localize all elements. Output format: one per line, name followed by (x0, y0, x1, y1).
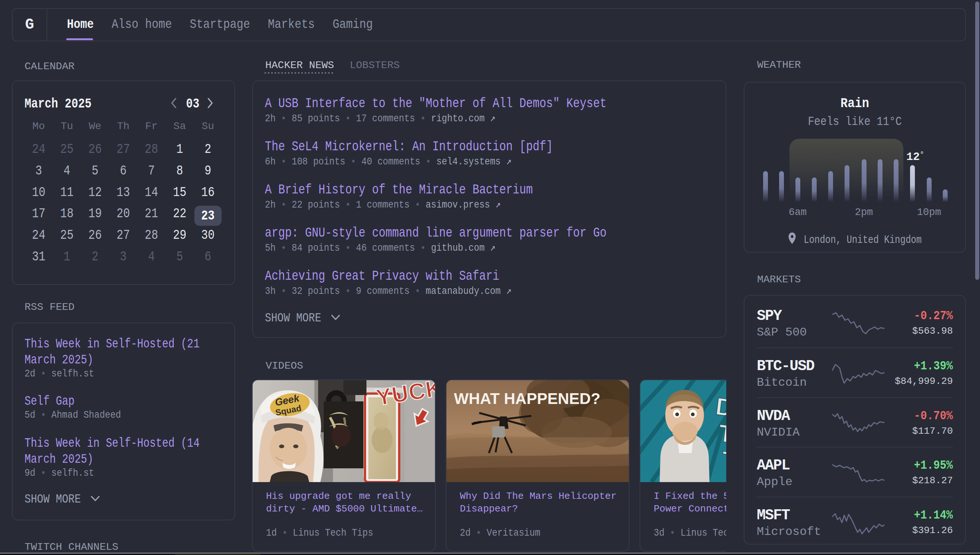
svg-text:WHAT HAPPENED?: WHAT HAPPENED? (454, 390, 600, 407)
